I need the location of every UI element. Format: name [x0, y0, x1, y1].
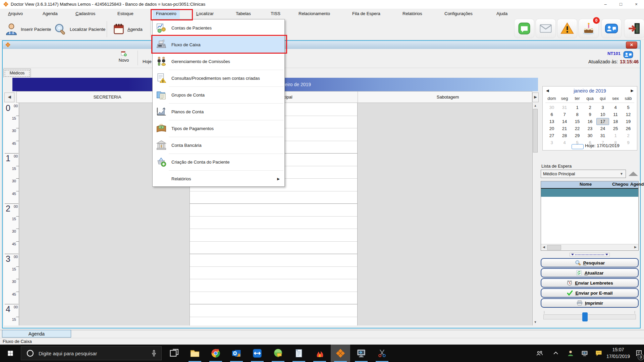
pesquisar-button[interactable]: Pesquisar — [541, 258, 639, 267]
scroll-down-icon[interactable]: ▼ — [533, 319, 538, 325]
localizar-paciente-button[interactable]: Localizar Paciente — [54, 19, 105, 40]
scrollbar-thumb[interactable] — [547, 245, 561, 250]
calendar-day[interactable]: 21 — [558, 125, 571, 132]
calendar-day[interactable]: 7 — [558, 111, 571, 118]
menu-item-fluxo-de-caixa[interactable]: Fluxo de Caixa — [153, 36, 284, 53]
scroll-columns-right-button[interactable]: ▶ — [532, 93, 539, 102]
birthday-icon-button[interactable]: 0 — [579, 19, 599, 38]
calendar-day[interactable]: 1 — [609, 132, 622, 139]
microphone-icon[interactable] — [150, 349, 158, 357]
zoom-slider-track[interactable] — [543, 314, 636, 319]
panel-splitter[interactable] — [570, 253, 610, 256]
calendar-day[interactable]: 2 — [622, 132, 635, 139]
calendar-day[interactable]: 5 — [622, 104, 635, 111]
calendar-day[interactable]: 4 — [558, 139, 571, 146]
calendar-day[interactable]: 31 — [558, 104, 571, 111]
calendar-day[interactable]: 6 — [545, 111, 558, 118]
menu-localizar[interactable]: Localizar — [193, 9, 217, 19]
chevron-up-icon[interactable] — [552, 350, 559, 357]
calendar-day[interactable]: 28 — [558, 132, 571, 139]
calendar-day[interactable]: 1 — [571, 104, 584, 111]
vertical-scrollbar[interactable]: ▲ ▼ — [532, 103, 538, 325]
close-agenda-icon[interactable]: ✕ — [626, 42, 637, 49]
menu-item-cria-o-de-conta-do-paciente[interactable]: Criação de Conta do Paciente — [153, 154, 284, 170]
calendar-day[interactable]: 24 — [596, 125, 609, 132]
waiting-list-selected-row[interactable] — [541, 189, 638, 197]
calendar-next-icon[interactable]: ▶ — [631, 88, 634, 93]
menu-arquivo[interactable]: Arquivo — [5, 9, 26, 19]
menu-item-contas-de-pacientes[interactable]: Contas de Pacientes — [153, 19, 284, 36]
menu-item-consultas-procedimentos-sem-contas-criadas[interactable]: Consultas/Procedimentos sem contas criad… — [153, 70, 284, 86]
close-button[interactable]: × — [629, 0, 644, 9]
calendar-day[interactable]: 10 — [596, 111, 609, 118]
taskbar-search[interactable]: Digite aqui para pesquisar — [21, 346, 162, 360]
novo-button[interactable]: Novo — [113, 50, 134, 66]
calendar-day[interactable]: 26 — [622, 125, 635, 132]
calendar-day[interactable]: 18 — [609, 118, 622, 125]
atualizar-button[interactable]: Atualizar — [541, 268, 639, 278]
menu-relat-rios[interactable]: Relatórios — [399, 9, 426, 19]
imprimir-button[interactable]: Imprimir — [541, 298, 639, 308]
tab-agenda-bottom[interactable]: Agenda — [2, 330, 71, 338]
menu-ajuda[interactable]: Ajuda — [493, 9, 511, 19]
zoom-slider-thumb[interactable] — [582, 312, 588, 321]
tray-monitor-icon[interactable] — [581, 350, 588, 357]
horizontal-scrollbar[interactable]: ◀ ▶ — [541, 244, 638, 250]
menu-agenda[interactable]: Agenda — [39, 9, 61, 19]
tray-person-icon[interactable] — [567, 350, 574, 357]
taskbar-task-view-icon[interactable] — [164, 345, 184, 362]
taskbar-messenger-icon[interactable] — [268, 345, 288, 362]
taskbar-doctor-view-icon[interactable] — [331, 345, 350, 362]
calendar-day[interactable]: 30 — [545, 104, 558, 111]
calendar-day[interactable]: 14 — [558, 118, 571, 125]
hoje-button[interactable]: Hoje — [143, 59, 152, 64]
collapse-panel-button[interactable] — [629, 172, 638, 176]
enviar-lembretes-button[interactable]: Enviar Lembretes — [541, 278, 639, 288]
taskbar-remote-desktop-icon[interactable] — [352, 345, 371, 362]
people-chat-icon[interactable] — [623, 50, 633, 60]
calendar-day[interactable]: 3 — [596, 104, 609, 111]
taskbar-file-explorer-icon[interactable] — [185, 345, 205, 362]
menu-fila-de-espera[interactable]: Fila de Espera — [349, 9, 384, 19]
calendar-day[interactable]: 19 — [622, 118, 635, 125]
menu-item-relat-rios[interactable]: Relatórios▶ — [153, 170, 284, 187]
menu-financeiro[interactable]: Financeiro — [153, 9, 180, 19]
calendar-day-selected[interactable]: 17 — [596, 118, 609, 125]
scrollbar-thumb[interactable] — [533, 109, 538, 153]
taskbar-clock[interactable]: 15:07 17/01/2019 — [603, 346, 633, 360]
start-button[interactable] — [0, 345, 21, 362]
menu-tabelas[interactable]: Tabelas — [232, 9, 254, 19]
alert-icon-button[interactable] — [557, 19, 577, 38]
menu-item-planos-de-conta[interactable]: Planos de Conta — [153, 103, 284, 120]
tab-medicos[interactable]: Médicos — [3, 69, 31, 77]
maximize-button[interactable]: □ — [613, 0, 629, 9]
tray-bubble-icon[interactable] — [595, 350, 602, 357]
menu-item-grupos-de-conta[interactable]: Grupos de Conta — [153, 86, 284, 103]
menu-configura-es[interactable]: Configurações — [441, 9, 476, 19]
calendar-day[interactable]: 3 — [545, 139, 558, 146]
calendar-day[interactable]: 13 — [545, 118, 558, 125]
calendar-day[interactable]: 22 — [571, 125, 584, 132]
calendar-day[interactable]: 4 — [609, 104, 622, 111]
calendar-day[interactable]: 11 — [609, 111, 622, 118]
menu-relacionamento[interactable]: Relacionamento — [295, 9, 333, 19]
scroll-up-icon[interactable]: ▲ — [533, 103, 538, 109]
agenda-button[interactable]: Agenda — [113, 19, 143, 40]
scroll-right-icon[interactable]: ▶ — [633, 244, 638, 250]
calendar-day[interactable]: 23 — [584, 125, 596, 132]
calendar-day[interactable]: 25 — [609, 125, 622, 132]
taskbar-teamviewer-icon[interactable] — [248, 345, 267, 362]
menu-item-tipos-de-pagamentos[interactable]: Tipos de Pagamentos — [153, 120, 284, 137]
enviar-por-e-mail-button[interactable]: Enviar por E-mail — [541, 288, 639, 298]
taskbar-chrome-icon[interactable] — [206, 345, 225, 362]
tray-people-icon[interactable] — [536, 350, 543, 357]
calendar-day[interactable]: 27 — [545, 132, 558, 139]
calendar-day[interactable]: 30 — [584, 132, 596, 139]
minimize-button[interactable]: – — [598, 0, 613, 9]
calendar-day[interactable]: 9 — [584, 111, 596, 118]
logout-icon-button[interactable] — [624, 19, 644, 38]
mail-icon-button[interactable] — [536, 19, 556, 38]
chat-icon-button[interactable] — [514, 19, 534, 38]
waiting-list-filter-select[interactable]: Médico Principal ▼ — [541, 170, 626, 178]
menu-cadastros[interactable]: Cadastros — [72, 9, 99, 19]
